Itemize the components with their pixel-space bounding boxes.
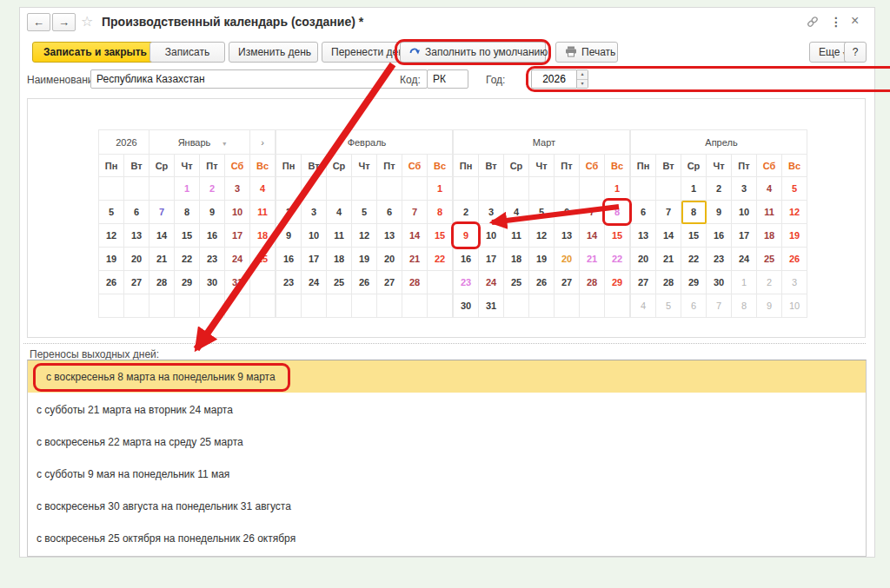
favorite-star-icon[interactable]: ☆: [81, 14, 93, 30]
calendar-day[interactable]: 9: [200, 201, 225, 224]
calendar-day[interactable]: 29: [681, 271, 707, 294]
calendar-day[interactable]: 17: [225, 224, 250, 248]
calendar-day[interactable]: 23: [707, 248, 732, 271]
calendar-day[interactable]: 9: [454, 224, 479, 248]
calendar-day[interactable]: 5: [529, 201, 555, 224]
calendar-day[interactable]: 6: [631, 201, 656, 224]
calendar-day[interactable]: 26: [352, 271, 377, 294]
calendar-day[interactable]: 12: [529, 224, 555, 248]
calendar-day[interactable]: 28: [149, 271, 175, 294]
calendar-day[interactable]: 20: [124, 248, 149, 271]
calendar-day[interactable]: 10: [782, 294, 807, 318]
transfer-item[interactable]: с субботы 21 марта на вторник 24 марта: [28, 393, 866, 425]
calendar-day[interactable]: 8: [732, 294, 757, 318]
calendar-day[interactable]: 10: [732, 201, 757, 224]
spin-up-icon[interactable]: ▴: [577, 70, 588, 80]
calendar-day[interactable]: 4: [327, 201, 352, 224]
calendar-day[interactable]: 17: [732, 224, 757, 248]
calendar-day[interactable]: 26: [529, 271, 555, 294]
calendar-day[interactable]: 30: [454, 294, 479, 318]
calendar-day[interactable]: 10: [225, 201, 250, 224]
calendar-day[interactable]: 14: [656, 224, 681, 248]
code-input[interactable]: [427, 69, 468, 89]
save-button[interactable]: Записать: [149, 42, 225, 63]
calendar-day[interactable]: 15: [428, 224, 453, 248]
calendar-day[interactable]: 21: [656, 248, 681, 271]
calendar-day[interactable]: 8: [428, 201, 453, 224]
calendar-day[interactable]: 28: [402, 271, 428, 294]
calendar-day[interactable]: 6: [555, 201, 580, 224]
calendar-day[interactable]: 9: [757, 294, 782, 318]
next-month-button[interactable]: ›: [250, 130, 276, 155]
calendar-day[interactable]: 6: [377, 201, 402, 224]
calendar-day[interactable]: 24: [732, 248, 757, 271]
fill-default-button[interactable]: Заполнить по умолчанию: [400, 42, 546, 63]
calendar-day[interactable]: 25: [250, 248, 276, 271]
name-input[interactable]: [90, 69, 428, 89]
calendar-day[interactable]: 2: [454, 201, 479, 224]
calendar-day[interactable]: 25: [504, 271, 529, 294]
calendar-day[interactable]: 1: [175, 177, 200, 201]
calendar-day[interactable]: 9: [707, 201, 732, 224]
calendar-day[interactable]: 2: [707, 177, 732, 201]
calendar-day[interactable]: 31: [479, 294, 504, 318]
calendar-day[interactable]: 20: [555, 248, 580, 271]
calendar-day[interactable]: 18: [250, 224, 276, 248]
calendar-day[interactable]: 14: [402, 224, 428, 248]
calendar-day[interactable]: 27: [555, 271, 580, 294]
calendar-day[interactable]: 22: [428, 248, 453, 271]
calendar-day[interactable]: 2: [200, 177, 225, 201]
month-title[interactable]: Январь▾: [149, 130, 250, 155]
calendar-day[interactable]: 24: [225, 248, 250, 271]
calendar-day[interactable]: 1: [605, 177, 630, 201]
calendar-day[interactable]: 7: [580, 201, 605, 224]
calendar-day[interactable]: 24: [479, 271, 504, 294]
calendar-day[interactable]: 4: [631, 294, 656, 318]
calendar-day[interactable]: 1: [681, 177, 707, 201]
calendar-day[interactable]: 21: [149, 248, 175, 271]
calendar-day[interactable]: 6: [681, 294, 707, 318]
calendar-day[interactable]: 6: [124, 201, 149, 224]
year-input[interactable]: [531, 69, 576, 89]
calendar-day[interactable]: 3: [302, 201, 327, 224]
transfer-item[interactable]: с воскресенья 25 октября на понедельник …: [28, 521, 866, 553]
calendar-day[interactable]: 11: [757, 201, 782, 224]
calendar-day[interactable]: 29: [605, 271, 630, 294]
calendar-day[interactable]: 4: [757, 177, 782, 201]
calendar-day[interactable]: 27: [631, 271, 656, 294]
calendar-day[interactable]: 16: [454, 248, 479, 271]
kebab-menu-icon[interactable]: ⋮: [830, 15, 842, 29]
back-button[interactable]: ←: [27, 13, 50, 31]
calendar-day[interactable]: 12: [352, 224, 377, 248]
transfer-item[interactable]: с воскресенья 8 марта на понедельник 9 м…: [28, 360, 866, 393]
calendar-day[interactable]: 3: [782, 271, 807, 294]
calendar-day[interactable]: 3: [479, 201, 504, 224]
calendar-day[interactable]: 15: [175, 224, 200, 248]
calendar-day[interactable]: 14: [149, 224, 175, 248]
calendar-day[interactable]: 5: [782, 177, 807, 201]
calendar-day[interactable]: 8: [175, 201, 200, 224]
transfer-item[interactable]: с субботы 9 мая на понедельник 11 мая: [28, 457, 866, 489]
calendar-day[interactable]: 16: [707, 224, 732, 248]
spin-down-icon[interactable]: ▾: [577, 80, 588, 89]
calendar-day[interactable]: 4: [504, 201, 529, 224]
save-and-close-button[interactable]: Записать и закрыть: [32, 42, 158, 63]
change-day-button[interactable]: Изменить день: [229, 42, 318, 63]
calendar-day[interactable]: 11: [504, 224, 529, 248]
move-day-button[interactable]: Перенести день: [322, 42, 408, 63]
forward-button[interactable]: →: [52, 13, 76, 31]
calendar-day[interactable]: 1: [428, 177, 453, 201]
calendar-day[interactable]: 28: [580, 271, 605, 294]
calendar-day[interactable]: 19: [529, 248, 555, 271]
calendar-day[interactable]: 10: [479, 224, 504, 248]
calendar-day[interactable]: 16: [200, 224, 225, 248]
calendar-day[interactable]: 23: [200, 248, 225, 271]
calendar-day[interactable]: 20: [631, 248, 656, 271]
calendar-day[interactable]: 25: [327, 271, 352, 294]
calendar-day[interactable]: 7: [707, 294, 732, 318]
calendar-day[interactable]: 2: [757, 271, 782, 294]
close-icon[interactable]: ×: [851, 13, 859, 29]
calendar-day[interactable]: 3: [225, 177, 250, 201]
calendar-day[interactable]: 3: [732, 177, 757, 201]
calendar-day[interactable]: 2: [276, 201, 302, 224]
